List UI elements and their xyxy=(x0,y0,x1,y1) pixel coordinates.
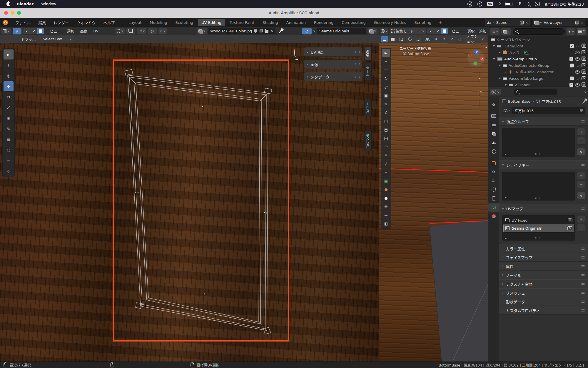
blender-logo-icon[interactable] xyxy=(3,20,8,25)
tab-modeling[interactable]: Modeling xyxy=(146,19,171,26)
outliner-row-camera[interactable]: ► カメラ xyxy=(488,49,588,56)
unlink-image-icon[interactable]: × xyxy=(270,29,274,33)
outliner-row-null-audio-connector[interactable]: ► _Null-AudioConnector xyxy=(488,69,588,75)
texture-space-panel-header[interactable]: › テクスチャ空間 xyxy=(499,279,588,288)
tab-object-data[interactable] xyxy=(488,203,499,212)
expander-icon[interactable]: ▼ xyxy=(504,84,507,86)
sidebar-tab-view[interactable]: ビュー xyxy=(364,99,372,116)
select-circle-tool[interactable]: ◎ xyxy=(4,71,14,81)
new-viewlayer-icon[interactable] xyxy=(575,21,579,24)
shrink-fatten-tool[interactable]: ✣ xyxy=(382,203,390,210)
rip-region-tool[interactable]: ◧ xyxy=(382,220,390,228)
panel-metadata[interactable]: › メタデータ xyxy=(304,72,362,81)
uv-menu-select[interactable]: 選択 xyxy=(67,28,74,34)
viewport-canvas[interactable]: ユーザー・透視投影 (0) BottomBase ◀ ► + ✢ ↻ ⤢ ▣ ✎… xyxy=(379,43,488,362)
measure-tool[interactable]: ∠ xyxy=(382,109,390,117)
render-visibility-icon[interactable] xyxy=(582,83,586,87)
panel-grip[interactable] xyxy=(581,309,585,312)
remesh-panel-header[interactable]: › リメッシュ xyxy=(499,288,588,297)
tab-sculpting[interactable]: Sculpting xyxy=(172,19,197,26)
tab-uv-editing[interactable]: UV Editing xyxy=(198,19,225,26)
active-uvmap-field[interactable]: Seams Originals xyxy=(317,28,366,34)
panel-grip[interactable] xyxy=(581,283,585,285)
eye-closed-icon[interactable] xyxy=(576,64,580,67)
collection-checkbox[interactable]: ✓ xyxy=(569,83,573,87)
panel-grip[interactable] xyxy=(581,120,585,123)
orbit-gizmo[interactable]: Z X xyxy=(467,49,485,67)
add-vertex-group-button[interactable]: + xyxy=(577,128,585,136)
panel-grip[interactable] xyxy=(581,274,585,276)
eye-open-icon[interactable] xyxy=(575,51,580,54)
panel-grip[interactable] xyxy=(355,51,360,53)
scale-tool[interactable]: ⤢ xyxy=(4,102,14,112)
eye-closed-icon[interactable] xyxy=(576,77,580,79)
editor-type-button[interactable]: ∨ xyxy=(1,28,11,34)
vertex-select-mode[interactable] xyxy=(427,28,434,34)
unlink-scene-icon[interactable]: × xyxy=(525,20,528,25)
viewport-ortho-gizmo[interactable] xyxy=(479,100,479,106)
tab-object[interactable] xyxy=(488,159,499,168)
tab-layout[interactable]: Layout xyxy=(125,19,145,26)
control-center-icon[interactable] xyxy=(535,2,540,6)
apple-icon[interactable] xyxy=(6,2,10,6)
panel-grip[interactable] xyxy=(355,75,360,78)
tweak-tool[interactable]: ► xyxy=(4,49,14,59)
snap-target-button[interactable]: ∨ xyxy=(137,28,146,34)
battery-icon[interactable] xyxy=(505,2,512,6)
shape-keys-list[interactable]: ► xyxy=(502,172,575,200)
menubar-app-name[interactable]: Blender xyxy=(17,2,34,6)
minimize-window-button[interactable] xyxy=(11,11,14,15)
vp-menu-add[interactable]: 追加 xyxy=(479,28,486,34)
uv-canvas[interactable]: ► + ◎ ✢ ↻ ⤢ ▣ ✎ ▤ ◌ ~ ◇ ∨ UV頂点 xyxy=(0,43,379,362)
tab-render[interactable] xyxy=(488,112,499,120)
proportional-edit-toggle[interactable]: ◎ xyxy=(148,28,157,34)
rotate-tool[interactable]: ↻ xyxy=(382,74,390,82)
collection-checkbox[interactable]: ✓ xyxy=(570,64,574,67)
uv-menu-uv[interactable]: UV xyxy=(93,29,98,33)
tab-compositing[interactable]: Compositing xyxy=(338,19,369,26)
list-resize-grip[interactable] xyxy=(535,237,539,240)
mirror-axis-z[interactable]: Z xyxy=(449,36,455,42)
mirror-x-icon[interactable]: Ӝ xyxy=(425,37,430,41)
scale-tool[interactable]: ⤢ xyxy=(382,83,390,91)
attributes-panel-header[interactable]: › 属性 xyxy=(499,262,588,271)
play-status-icon[interactable]: ▶ xyxy=(477,1,482,6)
collection-checkbox[interactable]: ✓ xyxy=(570,77,574,80)
bevel-tool[interactable]: ◠ xyxy=(382,143,390,151)
face-select-mode[interactable] xyxy=(37,28,44,34)
tab-rendering[interactable]: Rendering xyxy=(310,19,337,26)
render-visibility-icon[interactable] xyxy=(582,70,586,74)
tab-particles[interactable] xyxy=(488,176,499,185)
sidebar-tab-tool[interactable]: ツール xyxy=(364,63,372,80)
menu-render[interactable]: レンダー xyxy=(50,20,73,25)
tab-texture-paint[interactable]: Texture Paint xyxy=(226,19,258,26)
outliner-row-cam-light[interactable]: ▼ _Cam/Light ✓ xyxy=(488,43,588,49)
shape-key-specials-button[interactable]: ∨ xyxy=(577,192,585,199)
fake-user-shield-icon[interactable] xyxy=(580,109,583,112)
vertex-groups-list[interactable]: ► xyxy=(502,128,575,157)
filter-button[interactable]: ∨ xyxy=(567,28,575,35)
editor-type-button[interactable]: ∨ xyxy=(490,89,501,95)
eye-open-icon[interactable] xyxy=(575,70,580,74)
move-tool[interactable]: ✢ xyxy=(382,66,390,74)
expander-icon[interactable]: ► xyxy=(498,51,501,54)
eye-open-icon[interactable] xyxy=(575,83,580,87)
collection-checkbox[interactable]: ✓ xyxy=(570,44,574,48)
viewlayer-selector[interactable]: ∨ ViewLayer × xyxy=(533,19,585,26)
image-name-field[interactable]: Wood027_4K_Color.jpg × xyxy=(208,28,275,34)
transform-tool[interactable]: ▣ xyxy=(382,92,390,100)
sidebar-tab-textools[interactable]: TexTools xyxy=(364,130,372,151)
uv-maps-panel-header[interactable]: ∨ UVマップ xyxy=(499,204,588,213)
panel-grip[interactable] xyxy=(581,247,585,250)
remove-viewlayer-icon[interactable]: × xyxy=(580,20,584,25)
mirror-axis-y[interactable]: Y xyxy=(441,36,447,42)
add-shape-key-button[interactable]: + xyxy=(577,172,585,179)
remove-uvmap-button[interactable]: − xyxy=(577,224,585,232)
editor-type-button[interactable]: ∨ xyxy=(380,28,388,34)
poly-build-tool[interactable]: △ xyxy=(382,168,390,176)
tab-scripting[interactable]: Scripting xyxy=(411,19,435,26)
panel-grip[interactable] xyxy=(581,265,585,268)
expander-icon[interactable]: ▼ xyxy=(498,77,501,80)
panel-grip[interactable] xyxy=(581,164,585,166)
menu-help[interactable]: ヘルプ xyxy=(99,20,118,25)
